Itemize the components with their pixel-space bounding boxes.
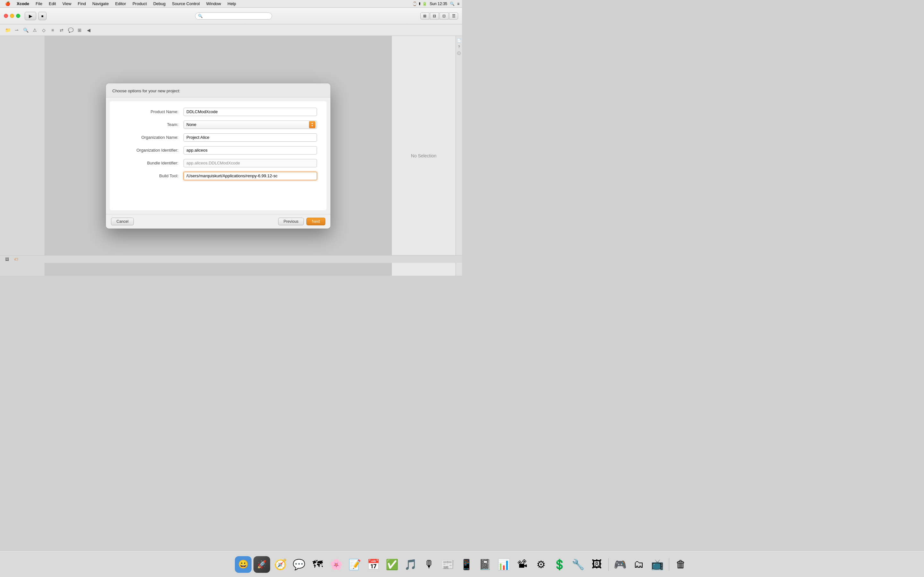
comment-icon[interactable]: 💬 (67, 26, 74, 34)
minimize-button[interactable] (10, 14, 14, 18)
menu-debug[interactable]: Debug (151, 1, 168, 7)
menubar: 🍎 Xcode File Edit View Find Navigate Edi… (0, 0, 462, 8)
menu-navigate[interactable]: Navigate (90, 1, 111, 7)
inspector-panel: No Selection (391, 36, 456, 276)
dialog-header: Choose options for your new project: (106, 83, 330, 97)
search-bar[interactable]: 🔍 (195, 13, 272, 19)
team-value: None (186, 122, 196, 127)
folder-icon[interactable]: 📁 (4, 26, 11, 34)
org-identifier-row: Organization Identifier: (110, 146, 326, 155)
team-select[interactable]: None ▲ ▼ (184, 121, 317, 129)
build-tool-input[interactable] (184, 172, 317, 180)
menubar-time: Sun 12:35 (430, 2, 447, 6)
main-layout: Choose options for your new project: Pro… (0, 36, 462, 276)
right-inspector: 📄 ? ⓘ (456, 36, 462, 276)
previous-button[interactable]: Previous (278, 218, 304, 226)
content-area: Choose options for your new project: Pro… (45, 36, 391, 276)
team-select-arrow: ▲ ▼ (309, 121, 315, 128)
menu-product[interactable]: Product (130, 1, 150, 7)
run-button[interactable]: ▶ (25, 12, 36, 20)
dialog-title: Choose options for your new project: (112, 89, 180, 93)
help-inspector-icon[interactable]: ? (457, 44, 462, 49)
back-icon[interactable]: ◀ (85, 26, 92, 34)
team-row: Team: None ▲ ▼ (110, 121, 326, 129)
product-name-input[interactable] (184, 108, 317, 116)
org-name-label: Organization Name: (120, 135, 184, 140)
search-icon[interactable]: 🔍 (22, 26, 29, 34)
bundle-identifier-input (184, 159, 317, 167)
info-inspector-icon[interactable]: ⓘ (457, 51, 462, 56)
traffic-lights (4, 14, 20, 18)
menu-help[interactable]: Help (225, 1, 239, 7)
new-project-dialog: Choose options for your new project: Pro… (106, 83, 330, 229)
layout-btn-1[interactable]: ⊞ (420, 13, 429, 19)
secondary-toolbar: 📁 ⇀ 🔍 ⚠ ◇ ≡ ⇄ 💬 ⊞ ◀ (0, 24, 462, 36)
menu-window[interactable]: Window (204, 1, 224, 7)
tag-status-btn[interactable]: 🏷 (13, 256, 19, 263)
layout-buttons: ⊞ ⊟ ⊡ ☰ (420, 13, 458, 19)
menu-find[interactable]: Find (75, 1, 88, 7)
build-tool-row: Build Tool: (110, 172, 326, 180)
sidebar (0, 36, 45, 276)
layout-btn-3[interactable]: ⊡ (439, 13, 449, 19)
menu-editor[interactable]: Editor (113, 1, 129, 7)
menubar-icons: ⌚ ⬆ 🔋 (412, 2, 427, 6)
org-name-row: Organization Name: (110, 133, 326, 142)
fullscreen-button[interactable] (16, 14, 20, 18)
layout-btn-2[interactable]: ⊟ (430, 13, 439, 19)
org-identifier-input[interactable] (184, 146, 317, 155)
next-button[interactable]: Next (306, 218, 325, 226)
bundle-identifier-label: Bundle Identifier: (120, 161, 184, 165)
org-name-input[interactable] (184, 133, 317, 142)
apple-menu[interactable]: 🍎 (3, 1, 13, 7)
file-inspector-icon[interactable]: 📄 (457, 38, 462, 43)
merge-icon[interactable]: ⇀ (13, 26, 21, 34)
menubar-siri[interactable]: 🔍 (450, 2, 455, 6)
menu-edit[interactable]: Edit (46, 1, 58, 7)
nav-buttons: Previous Next (278, 218, 325, 226)
list-icon[interactable]: ≡ (49, 26, 57, 34)
build-tool-label: Build Tool: (120, 173, 184, 178)
dialog-footer: Cancel Previous Next (106, 214, 330, 229)
menu-source-control[interactable]: Source Control (170, 1, 202, 7)
org-identifier-label: Organization Identifier: (120, 148, 184, 153)
product-name-row: Product Name: (110, 108, 326, 116)
menubar-notification[interactable]: ≡ (457, 2, 459, 6)
swap-icon[interactable]: ⇄ (58, 26, 65, 34)
menu-view[interactable]: View (60, 1, 74, 7)
cancel-button[interactable]: Cancel (111, 218, 134, 226)
grid-icon[interactable]: ⊞ (76, 26, 83, 34)
stop-button[interactable]: ■ (38, 12, 47, 20)
bundle-identifier-row: Bundle Identifier: (110, 159, 326, 167)
toolbar: ▶ ■ 🔍 ⊞ ⊟ ⊡ ☰ (0, 8, 462, 24)
search-placeholder: 🔍 (198, 14, 203, 18)
product-name-label: Product Name: (120, 109, 184, 114)
dialog-overlay: Choose options for your new project: Pro… (45, 36, 391, 276)
image-status-btn[interactable]: 🖼 (4, 256, 10, 263)
layout-btn-4[interactable]: ☰ (449, 13, 458, 19)
team-label: Team: (120, 122, 184, 127)
dialog-body: Product Name: Team: None ▲ ▼ (110, 101, 326, 210)
menu-xcode[interactable]: Xcode (14, 1, 32, 7)
menu-file[interactable]: File (33, 1, 45, 7)
status-bar: 🖼 🏷 (0, 255, 462, 263)
right-panel-container: No Selection 📄 ? ⓘ (391, 36, 462, 276)
warning-icon[interactable]: ⚠ (31, 26, 39, 34)
menubar-right: ⌚ ⬆ 🔋 Sun 12:35 🔍 ≡ (412, 2, 459, 6)
close-button[interactable] (4, 14, 8, 18)
diamond-icon[interactable]: ◇ (40, 26, 47, 34)
no-selection-label: No Selection (411, 153, 436, 158)
